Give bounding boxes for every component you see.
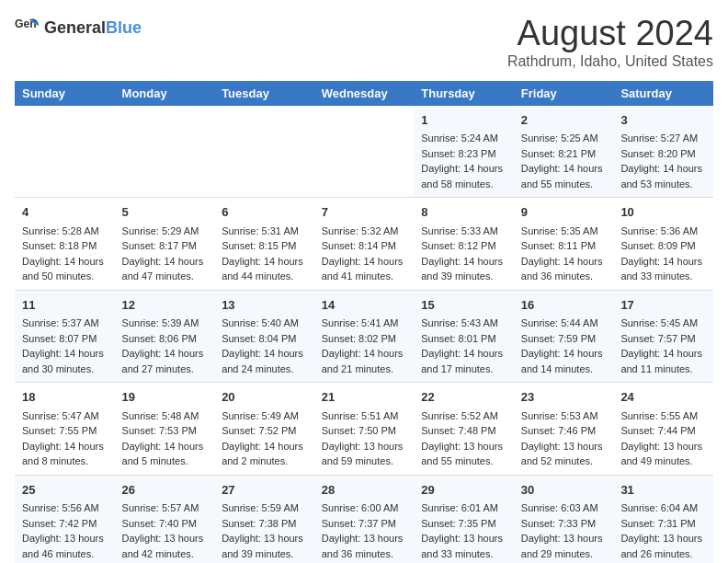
day-number: 17 (620, 296, 706, 315)
day-cell: 9Sunrise: 5:35 AMSunset: 8:11 PMDaylight… (514, 198, 614, 291)
daylight-text: Daylight: 14 hours and 30 minutes. (22, 348, 104, 374)
sunrise-text: Sunrise: 5:44 AM (521, 317, 598, 328)
day-cell: 24Sunrise: 5:55 AMSunset: 7:44 PMDayligh… (613, 383, 713, 476)
day-cell: 20Sunrise: 5:49 AMSunset: 7:52 PMDayligh… (214, 383, 314, 476)
daylight-text: Daylight: 14 hours and 21 minutes. (322, 348, 404, 374)
sunrise-text: Sunrise: 5:49 AM (222, 410, 299, 421)
daylight-text: Daylight: 14 hours and 50 minutes. (22, 256, 104, 282)
day-number: 31 (620, 481, 706, 500)
sunrise-text: Sunrise: 6:01 AM (421, 502, 498, 513)
logo-icon: Gen (15, 15, 40, 40)
sunset-text: Sunset: 8:12 PM (421, 240, 495, 251)
sunrise-text: Sunrise: 5:24 AM (421, 132, 498, 144)
calendar-table: SundayMondayTuesdayWednesdayThursdayFrid… (15, 81, 713, 563)
day-number: 3 (620, 111, 706, 130)
daylight-text: Daylight: 14 hours and 2 minutes. (222, 441, 303, 467)
day-number: 30 (521, 481, 607, 500)
daylight-text: Daylight: 13 hours and 55 minutes. (421, 441, 503, 467)
sunrise-text: Sunrise: 5:33 AM (421, 225, 498, 236)
sunset-text: Sunset: 8:09 PM (620, 240, 695, 251)
day-cell: 17Sunrise: 5:45 AMSunset: 7:57 PMDayligh… (613, 290, 713, 383)
sunset-text: Sunset: 8:07 PM (22, 333, 97, 344)
day-cell: 13Sunrise: 5:40 AMSunset: 8:04 PMDayligh… (214, 290, 314, 383)
column-header-tuesday: Tuesday (214, 81, 314, 106)
day-number: 6 (222, 203, 307, 222)
day-cell: 4Sunrise: 5:28 AMSunset: 8:18 PMDaylight… (15, 198, 115, 291)
sunrise-text: Sunrise: 6:04 AM (620, 502, 698, 513)
sunset-text: Sunset: 8:23 PM (421, 148, 495, 159)
day-cell: 19Sunrise: 5:48 AMSunset: 7:53 PMDayligh… (115, 383, 215, 476)
day-cell: 8Sunrise: 5:33 AMSunset: 8:12 PMDaylight… (414, 198, 514, 291)
daylight-text: Daylight: 14 hours and 44 minutes. (222, 256, 303, 282)
column-header-monday: Monday (115, 81, 215, 106)
daylight-text: Daylight: 14 hours and 11 minutes. (620, 348, 702, 374)
day-cell: 2Sunrise: 5:25 AMSunset: 8:21 PMDaylight… (514, 106, 614, 198)
sunrise-text: Sunrise: 5:37 AM (22, 317, 99, 328)
sunset-text: Sunset: 7:35 PM (421, 518, 495, 529)
sunrise-text: Sunrise: 5:40 AM (222, 317, 299, 328)
day-number: 10 (620, 203, 706, 222)
sunrise-text: Sunrise: 5:29 AM (122, 225, 199, 236)
day-cell: 10Sunrise: 5:36 AMSunset: 8:09 PMDayligh… (613, 198, 713, 291)
day-cell (115, 106, 215, 198)
week-row-1: 1Sunrise: 5:24 AMSunset: 8:23 PMDaylight… (15, 106, 713, 198)
day-cell: 27Sunrise: 5:59 AMSunset: 7:38 PMDayligh… (214, 475, 314, 563)
sunrise-text: Sunrise: 5:55 AM (620, 410, 698, 421)
sunset-text: Sunset: 7:46 PM (521, 425, 596, 436)
day-number: 1 (421, 111, 506, 130)
sunset-text: Sunset: 8:06 PM (122, 333, 197, 344)
sunrise-text: Sunrise: 5:52 AM (421, 410, 498, 421)
day-number: 13 (222, 296, 307, 315)
daylight-text: Daylight: 13 hours and 39 minutes. (222, 533, 303, 559)
day-cell: 16Sunrise: 5:44 AMSunset: 7:59 PMDayligh… (514, 290, 614, 383)
sunrise-text: Sunrise: 5:48 AM (122, 410, 199, 421)
sunrise-text: Sunrise: 5:31 AM (222, 225, 299, 236)
sunset-text: Sunset: 7:37 PM (322, 518, 396, 529)
week-row-4: 18Sunrise: 5:47 AMSunset: 7:55 PMDayligh… (15, 383, 713, 476)
sunrise-text: Sunrise: 5:53 AM (521, 410, 598, 421)
day-number: 27 (222, 481, 307, 500)
sunset-text: Sunset: 7:50 PM (322, 425, 396, 436)
daylight-text: Daylight: 13 hours and 33 minutes. (421, 533, 503, 559)
sunset-text: Sunset: 7:38 PM (222, 518, 296, 529)
day-number: 9 (521, 203, 607, 222)
daylight-text: Daylight: 14 hours and 53 minutes. (620, 163, 702, 190)
day-number: 15 (421, 296, 506, 315)
daylight-text: Daylight: 13 hours and 59 minutes. (322, 441, 404, 467)
day-cell: 18Sunrise: 5:47 AMSunset: 7:55 PMDayligh… (15, 383, 115, 476)
day-cell: 15Sunrise: 5:43 AMSunset: 8:01 PMDayligh… (414, 290, 514, 383)
column-header-saturday: Saturday (613, 81, 713, 106)
day-cell: 14Sunrise: 5:41 AMSunset: 8:02 PMDayligh… (314, 290, 415, 383)
week-row-3: 11Sunrise: 5:37 AMSunset: 8:07 PMDayligh… (15, 290, 713, 383)
sunrise-text: Sunrise: 5:32 AM (322, 225, 399, 236)
day-number: 11 (22, 296, 108, 315)
sunrise-text: Sunrise: 5:45 AM (620, 317, 698, 328)
day-number: 4 (22, 203, 108, 222)
sunrise-text: Sunrise: 5:39 AM (122, 317, 199, 328)
sunrise-text: Sunrise: 5:41 AM (322, 317, 399, 328)
daylight-text: Daylight: 14 hours and 27 minutes. (122, 348, 204, 374)
day-cell: 21Sunrise: 5:51 AMSunset: 7:50 PMDayligh… (314, 383, 415, 476)
sunset-text: Sunset: 8:14 PM (322, 240, 396, 251)
sunrise-text: Sunrise: 5:47 AM (22, 410, 99, 421)
daylight-text: Daylight: 14 hours and 58 minutes. (421, 163, 503, 190)
day-number: 20 (222, 388, 307, 407)
day-cell: 30Sunrise: 6:03 AMSunset: 7:33 PMDayligh… (514, 475, 614, 563)
day-number: 16 (521, 296, 607, 315)
sunrise-text: Sunrise: 5:51 AM (322, 410, 399, 421)
day-cell: 7Sunrise: 5:32 AMSunset: 8:14 PMDaylight… (314, 198, 415, 291)
daylight-text: Daylight: 13 hours and 29 minutes. (521, 533, 603, 559)
page-header: Gen GeneralBlue August 2024 Rathdrum, Id… (15, 15, 713, 70)
day-cell: 1Sunrise: 5:24 AMSunset: 8:23 PMDaylight… (414, 106, 514, 198)
day-cell: 29Sunrise: 6:01 AMSunset: 7:35 PMDayligh… (414, 475, 514, 563)
daylight-text: Daylight: 14 hours and 5 minutes. (122, 441, 204, 467)
sunset-text: Sunset: 7:57 PM (620, 333, 695, 344)
sunrise-text: Sunrise: 5:28 AM (22, 225, 99, 236)
sunset-text: Sunset: 8:17 PM (122, 240, 197, 251)
day-cell: 3Sunrise: 5:27 AMSunset: 8:20 PMDaylight… (613, 106, 713, 198)
sunrise-text: Sunrise: 5:35 AM (521, 225, 598, 236)
sunset-text: Sunset: 7:42 PM (22, 518, 97, 529)
sunset-text: Sunset: 8:01 PM (421, 333, 495, 344)
daylight-text: Daylight: 14 hours and 39 minutes. (421, 256, 503, 282)
day-number: 23 (521, 388, 607, 407)
